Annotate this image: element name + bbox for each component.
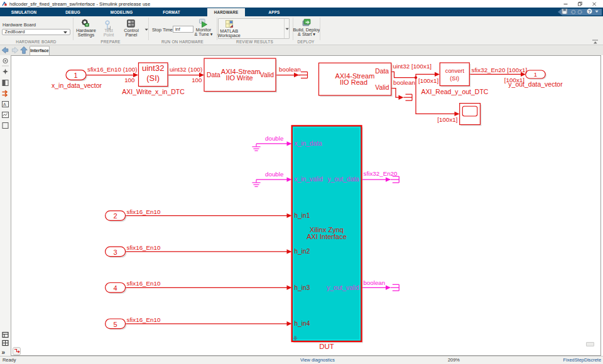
svg-text:y_out_data_vector: y_out_data_vector (508, 80, 563, 88)
svg-text:h_in4: h_in4 (295, 320, 310, 327)
svg-text:[100x1]: [100x1] (418, 77, 438, 84)
svg-text:100: 100 (192, 77, 202, 83)
svg-text:5: 5 (113, 321, 117, 328)
svg-text:h_in3: h_in3 (295, 284, 310, 291)
svg-text:h_in2: h_in2 (295, 248, 310, 255)
svg-text:1: 1 (534, 71, 537, 78)
svg-text:x_in_data_vector: x_in_data_vector (52, 82, 102, 89)
svg-text:3: 3 (113, 249, 117, 256)
svg-text:AXI_Read_y_out_DTC: AXI_Read_y_out_DTC (421, 88, 489, 95)
svg-text:sfix16_En10: sfix16_En10 (127, 208, 161, 215)
svg-text:sfix16_En10: sfix16_En10 (127, 280, 161, 287)
svg-text:convert: convert (445, 68, 465, 74)
svg-text:4: 4 (113, 284, 117, 292)
svg-text:Data: Data (375, 68, 389, 75)
svg-text:double: double (265, 171, 284, 178)
svg-text:double: double (265, 135, 284, 142)
svg-text:boolean: boolean (363, 279, 385, 286)
svg-text:boolean: boolean (279, 66, 301, 73)
svg-text:y_out_valid: y_out_valid (327, 284, 359, 291)
svg-text:AXI Interface: AXI Interface (307, 233, 347, 240)
svg-text:[100x1]: [100x1] (437, 116, 457, 123)
svg-text:sfix32_En20 [100x1]: sfix32_En20 [100x1] (472, 67, 528, 73)
svg-text:uint32 [100x1]: uint32 [100x1] (393, 63, 432, 70)
svg-text:IIO Read: IIO Read (340, 78, 367, 86)
svg-text:uint32: uint32 (142, 63, 164, 73)
svg-text:IIO Write: IIO Write (225, 74, 253, 82)
svg-text:(SI): (SI) (450, 75, 459, 82)
svg-text:Data: Data (207, 72, 220, 78)
svg-text:sfix32_En20: sfix32_En20 (364, 170, 398, 177)
svg-text:sfix16_En10 (100): sfix16_En10 (100) (87, 66, 138, 73)
svg-text:sfix16_En10: sfix16_En10 (127, 244, 161, 251)
svg-text:100: 100 (124, 77, 135, 83)
svg-text:AXI_Write_x_in_DTC: AXI_Write_x_in_DTC (122, 88, 185, 95)
svg-text:x_in_valid: x_in_valid (295, 176, 323, 183)
svg-text:boolean: boolean (393, 79, 415, 86)
svg-text:DUT: DUT (319, 343, 334, 350)
svg-text:h_in1: h_in1 (295, 212, 310, 219)
svg-text:1: 1 (73, 72, 77, 79)
svg-text:Xilinx Zynq: Xilinx Zynq (310, 226, 344, 233)
svg-text:Valid: Valid (260, 72, 274, 78)
svg-text:2: 2 (113, 212, 117, 220)
svg-text:x_in_data: x_in_data (295, 140, 323, 147)
svg-text:y_out_data: y_out_data (327, 176, 359, 183)
svg-text:(SI): (SI) (146, 73, 160, 83)
svg-text:sfix16_En10: sfix16_En10 (127, 316, 161, 323)
svg-text:uint32 (100): uint32 (100) (170, 66, 202, 73)
svg-text:Valid: Valid (375, 84, 389, 91)
